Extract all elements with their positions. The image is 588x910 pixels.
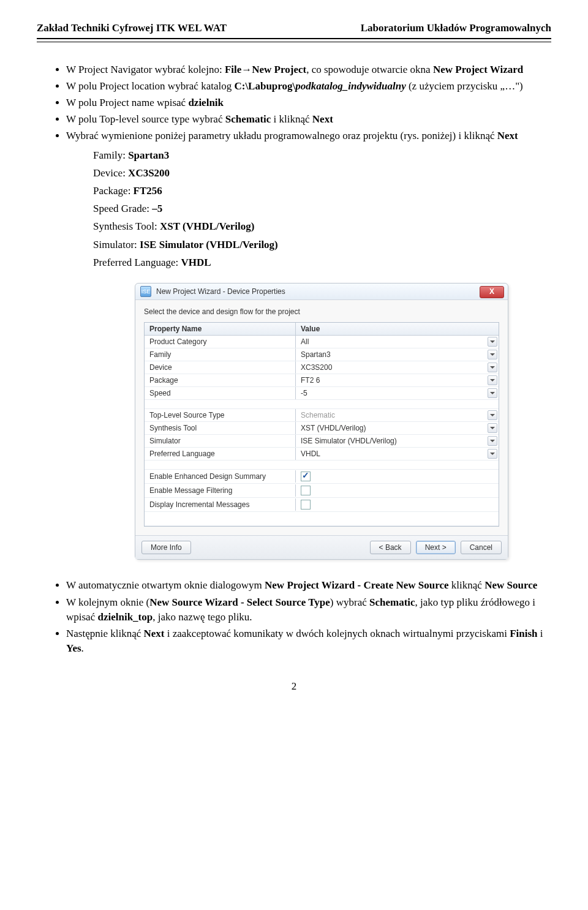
family-dropdown[interactable]: Spartan3 xyxy=(296,348,499,361)
header-right: Laboratorium Układów Programowalnych xyxy=(361,22,551,34)
grid-header-value: Value xyxy=(296,323,499,335)
speed-dropdown[interactable]: -5 xyxy=(296,387,499,399)
bullet-1: W Project Navigator wybrać kolejno: File… xyxy=(66,63,551,77)
chevron-down-icon xyxy=(488,350,497,359)
chevron-down-icon xyxy=(488,375,497,385)
chevron-down-icon xyxy=(488,363,497,372)
dialog-titlebar[interactable]: ISE New Project Wizard - Device Properti… xyxy=(135,284,508,300)
chevron-down-icon xyxy=(488,423,497,433)
enhanced-design-summary-checkbox[interactable] xyxy=(301,472,311,481)
ise-icon: ISE xyxy=(140,286,151,297)
package-dropdown[interactable]: FT2 6 xyxy=(296,374,499,386)
chevron-down-icon xyxy=(488,337,497,347)
chevron-down-icon xyxy=(488,436,497,446)
bullet-2: W polu Project location wybrać katalog C… xyxy=(66,80,551,94)
parameter-list: Family: Spartan3 Device: XC3S200 Package… xyxy=(93,147,551,271)
bullet-b1: W automatycznie otwartym oknie dialogowy… xyxy=(66,578,551,593)
next-button[interactable]: Next > xyxy=(416,541,456,554)
dialog-title: New Project Wizard - Device Properties xyxy=(156,287,285,296)
bullet-list-bottom: W automatycznie otwartym oknie dialogowy… xyxy=(37,578,551,656)
back-button[interactable]: < Back xyxy=(370,541,411,554)
close-icon[interactable]: X xyxy=(480,286,504,298)
bullet-b2: W kolejnym oknie (New Source Wizard - Se… xyxy=(66,595,551,625)
synthesis-tool-dropdown[interactable]: XST (VHDL/Verilog) xyxy=(296,422,499,434)
chevron-down-icon xyxy=(488,410,497,420)
device-properties-dialog: ISE New Project Wizard - Device Properti… xyxy=(135,283,508,560)
chevron-down-icon xyxy=(488,388,497,398)
dialog-subtitle: Select the device and design flow for th… xyxy=(144,307,499,316)
more-info-button[interactable]: More Info xyxy=(141,541,191,554)
header-divider xyxy=(37,38,551,42)
bullet-list-top: W Project Navigator wybrać kolejno: File… xyxy=(37,63,551,143)
message-filtering-checkbox[interactable] xyxy=(301,486,311,495)
bullet-3: W polu Project name wpisać dzielnik xyxy=(66,96,551,110)
chevron-down-icon xyxy=(488,449,497,459)
bullet-b3: Następnie kliknąć Next i zaakceptować ko… xyxy=(66,626,551,656)
cancel-button[interactable]: Cancel xyxy=(461,541,502,554)
properties-grid: Property Name Value Product CategoryAll … xyxy=(144,322,499,527)
product-category-dropdown[interactable]: All xyxy=(296,336,499,348)
simulator-dropdown[interactable]: ISE Simulator (VHDL/Verilog) xyxy=(296,435,499,447)
grid-header-name: Property Name xyxy=(145,323,296,335)
page-number: 2 xyxy=(37,680,551,693)
top-level-source-type-dropdown: Schematic xyxy=(296,409,499,421)
preferred-language-dropdown[interactable]: VHDL xyxy=(296,448,499,460)
header-left: Zakład Techniki Cyfrowej ITK WEL WAT xyxy=(37,22,227,34)
bullet-5: Wybrać wymienione poniżej parametry ukła… xyxy=(66,129,551,143)
bullet-4: W polu Top-level source type wybrać Sche… xyxy=(66,113,551,127)
incremental-messages-checkbox[interactable] xyxy=(301,500,311,510)
device-dropdown[interactable]: XC3S200 xyxy=(296,361,499,374)
